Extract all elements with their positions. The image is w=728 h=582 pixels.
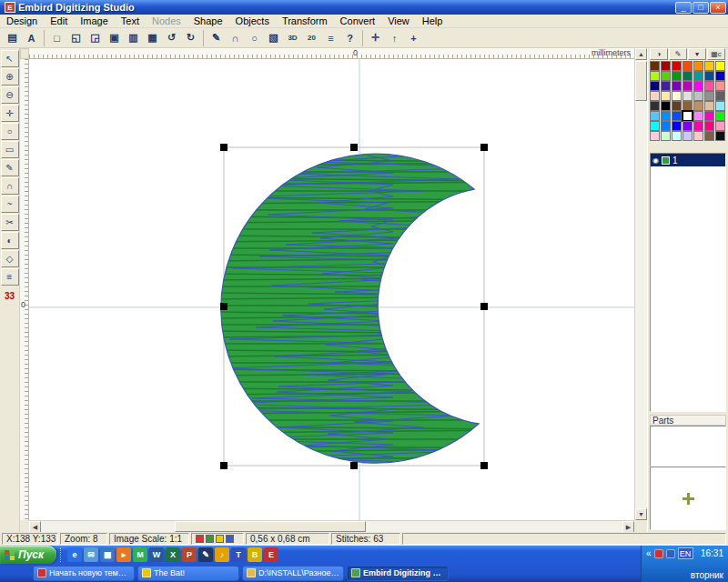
antivirus-tray-icon[interactable] [654,549,663,558]
palette-color-32[interactable] [693,101,703,111]
maximize-button[interactable]: □ [693,2,709,14]
palette-color-17[interactable] [682,81,693,91]
parts-panel[interactable] [650,426,726,467]
rectangle-tool-button[interactable]: ▭ [1,141,19,158]
palette-color-43[interactable] [661,121,671,131]
move-up-button[interactable]: ↑ [385,29,404,47]
palette-color-29[interactable] [661,101,671,111]
palette-color-21[interactable] [650,91,660,101]
taskbar-task-2[interactable]: The Bat! [137,566,239,581]
total-commander-icon[interactable]: T [231,547,246,562]
circle-tool-button[interactable]: ○ [245,29,264,47]
horizontal-scrollbar[interactable]: ◀ ▶ [29,520,634,532]
palette-color-18[interactable] [693,81,703,91]
excel-icon[interactable]: X [166,547,180,562]
show-desktop-icon[interactable]: ▦ [100,547,115,562]
palette-color-48[interactable] [715,121,725,131]
redo-button[interactable]: ↻ [181,29,200,47]
quick-launch-grip[interactable] [60,547,64,562]
palette-color-42[interactable] [650,121,660,131]
word-icon[interactable]: W [149,547,164,562]
ellipse-tool-button[interactable]: ○ [1,123,19,140]
palette-color-0[interactable] [650,61,660,71]
palette-color-22[interactable] [661,91,671,101]
palette-color-15[interactable] [661,81,671,91]
palette-color-30[interactable] [672,101,682,111]
palette-color-8[interactable] [661,71,671,81]
palette-color-3[interactable] [682,61,693,71]
stitch-density-button[interactable]: 20 [302,29,321,47]
start-button[interactable]: Пуск [0,546,56,564]
tray-chevron-icon[interactable]: « [646,548,652,558]
close-button[interactable]: × [710,2,726,14]
import-file-button[interactable]: ◲ [86,29,105,47]
taskbar-task-3[interactable]: D:\INSTALL\Разное\Embird [242,566,344,581]
scroll-up-button[interactable]: ▲ [635,48,647,60]
palette-color-44[interactable] [672,121,682,131]
undo-button[interactable]: ↺ [162,29,181,47]
palette-color-2[interactable] [672,61,682,71]
palette-color-37[interactable] [672,111,682,121]
palette-color-38[interactable] [682,111,693,121]
palette-color-52[interactable] [682,131,693,141]
freehand-button[interactable]: ✎ [207,29,226,47]
menu-transform[interactable]: Transform [276,15,334,28]
palette-color-27[interactable] [715,91,725,101]
palette-color-1[interactable] [661,61,671,71]
the-bat-ql-icon[interactable]: B [248,547,262,562]
vertical-scroll-thumb[interactable] [635,61,647,101]
outline-mode-tool-button[interactable]: ◇ [1,250,19,267]
select-tool-button[interactable]: ↖ [1,50,19,67]
pan-tool-button[interactable]: ✛ [1,105,19,122]
palette-color-10[interactable] [682,71,693,81]
new-design-button[interactable]: □ [47,29,66,47]
palette-color-13[interactable] [715,71,725,81]
powerpoint-icon[interactable]: P [182,547,197,562]
palette-color-24[interactable] [682,91,693,101]
menu-convert[interactable]: Convert [334,15,382,28]
palette-color-12[interactable] [704,71,714,81]
embird-ql-icon[interactable]: E [264,547,278,562]
outlook-express-icon[interactable]: ✉ [84,547,98,562]
center-cross-button[interactable]: + [404,29,423,47]
node-edit-tool-button[interactable]: ≡ [1,268,19,286]
menu-shape[interactable]: Shape [187,15,229,28]
palette-color-20[interactable] [715,81,725,91]
menu-text[interactable]: Text [115,15,146,28]
parameters-button[interactable]: ≡ [321,29,340,47]
taskbar-task-1[interactable]: Начать новую тему :: В... [33,566,135,581]
palette-color-14[interactable] [650,81,660,91]
palette-color-54[interactable] [704,131,714,141]
menu-design[interactable]: Design [0,15,44,28]
palette-color-45[interactable] [682,121,693,131]
menu-image[interactable]: Image [74,15,115,28]
copy-button[interactable]: ▦ [143,29,162,47]
pencil-tool-button[interactable]: ✎ [1,159,19,176]
menu-edit[interactable]: Edit [44,15,74,28]
open-design-button[interactable]: ◱ [66,29,86,47]
column-tool-button[interactable]: ▧ [264,29,283,47]
curve-tool-button[interactable]: ~ [1,196,19,213]
palette-color-5[interactable] [704,61,714,71]
print-button[interactable]: ▥ [124,29,143,47]
lettering-button[interactable]: A [22,29,41,47]
sew-simulator-button[interactable]: ✛ [366,29,385,47]
palette-color-41[interactable] [715,111,725,121]
menu-nodes[interactable]: Nodes [146,15,187,28]
clock[interactable]: 16:31 [701,548,723,558]
palette-color-50[interactable] [661,131,671,141]
palette-color-25[interactable] [693,91,703,101]
palette-color-26[interactable] [704,91,714,101]
vertical-scrollbar[interactable]: ▲ ▼ [634,48,647,520]
palette-color-4[interactable] [693,61,703,71]
palette-color-35[interactable] [650,111,660,121]
objects-list[interactable]: ◉1 [650,153,726,412]
palette-color-46[interactable] [693,121,703,131]
zoom-out-tool-button[interactable]: ⊖ [1,86,19,104]
palette-color-7[interactable] [650,71,660,81]
visibility-eye-icon[interactable]: ◉ [652,156,659,165]
pick-color-button[interactable]: ✎ [669,48,687,60]
messenger-icon[interactable]: M [133,547,147,562]
horizontal-scroll-thumb[interactable] [175,521,366,532]
thread-chart-button[interactable]: ◑ [650,48,668,60]
